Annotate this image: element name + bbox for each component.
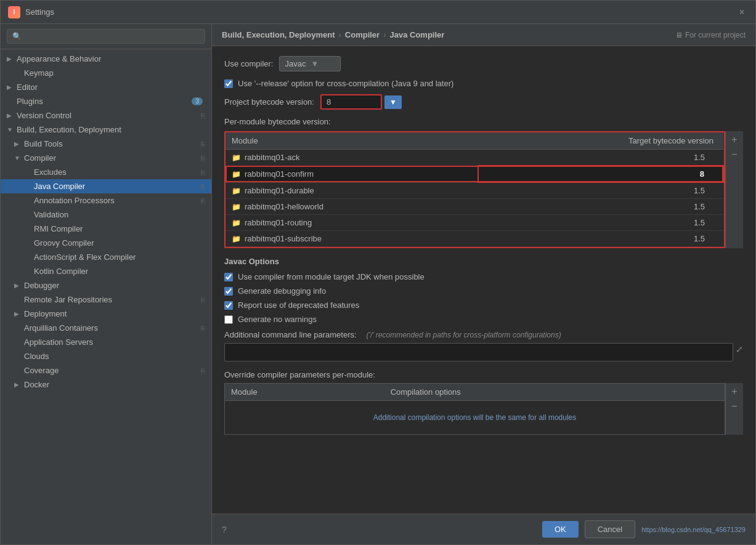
- use-compiler-label: Use compiler:: [224, 59, 273, 68]
- option-no-warnings: Generate no warnings: [224, 315, 743, 324]
- module-row[interactable]: 📁rabbitmq01-confirm 8: [226, 166, 723, 182]
- module-version: 1.5: [478, 215, 723, 231]
- sidebar-item-plugins[interactable]: Plugins 3: [1, 94, 211, 108]
- module-version: 1.5: [478, 150, 723, 166]
- sidebar-item-arquillian[interactable]: Arquillian Containers ⎘: [1, 321, 211, 335]
- cancel-button[interactable]: Cancel: [585, 520, 635, 538]
- sidebar-item-editor[interactable]: ▶ Editor: [1, 80, 211, 94]
- copy-icon: ⎘: [201, 296, 205, 304]
- module-name: rabbitmq01-subscribe: [245, 234, 322, 243]
- copy-icon: ⎘: [201, 367, 205, 374]
- module-version: 1.5: [478, 182, 723, 199]
- copy-icon: ⎘: [201, 112, 205, 119]
- sidebar-item-label: Debugger: [24, 281, 205, 290]
- window-title: Settings: [25, 7, 736, 17]
- version-col-header: Target bytecode version: [478, 132, 723, 150]
- use-compiler-module-checkbox[interactable]: [224, 273, 233, 281]
- javac-heading: Javac Options: [224, 257, 743, 266]
- sidebar-item-label: Compiler: [24, 153, 198, 163]
- sidebar-item-groovy[interactable]: Groovy Compiler: [1, 236, 211, 250]
- additional-params-input-row: ⤢: [224, 343, 743, 361]
- module-table-wrapper: Module Target bytecode version 📁rabbitmq…: [224, 131, 725, 248]
- search-input[interactable]: [7, 29, 205, 44]
- expand-icon: ▶: [14, 381, 22, 388]
- ok-button[interactable]: OK: [542, 521, 579, 538]
- sidebar-item-version-control[interactable]: ▶ Version Control ⎘: [1, 108, 211, 123]
- sidebar-item-clouds[interactable]: Clouds: [1, 349, 211, 363]
- copy-icon: ⎘: [201, 197, 205, 204]
- sidebar-item-label: Groovy Compiler: [34, 238, 205, 248]
- sidebar-item-coverage[interactable]: Coverage ⎘: [1, 363, 211, 377]
- sidebar-item-kotlin[interactable]: Kotlin Compiler: [1, 264, 211, 278]
- add-module-button[interactable]: +: [728, 134, 741, 146]
- compiler-value: Javac: [285, 59, 306, 68]
- expand-params-button[interactable]: ⤢: [736, 344, 743, 354]
- release-option-checkbox[interactable]: [224, 79, 233, 88]
- sidebar-item-rmi[interactable]: RMI Compiler: [1, 222, 211, 236]
- breadcrumb-part3: Java Compiler: [390, 30, 445, 39]
- bytecode-dropdown-btn[interactable]: ▼: [384, 95, 402, 109]
- module-version: 1.5: [478, 199, 723, 215]
- breadcrumb-part1: Build, Execution, Deployment: [222, 30, 335, 39]
- remove-override-button[interactable]: −: [728, 400, 741, 413]
- module-row[interactable]: 📁rabbitmq01-routing 1.5: [226, 215, 723, 231]
- sidebar-item-deployment[interactable]: ▶ Deployment: [1, 307, 211, 321]
- override-table-section: Module Compilation options Additional co…: [224, 383, 743, 435]
- sidebar-item-appearance[interactable]: ▶ Appearance & Behavior: [1, 52, 211, 66]
- additional-params-input[interactable]: [224, 343, 733, 361]
- sidebar-item-validation[interactable]: Validation: [1, 208, 211, 222]
- release-option-row: Use '--release' option for cross-compila…: [224, 79, 743, 88]
- sidebar-item-annotation[interactable]: Annotation Processors ⎘: [1, 193, 211, 208]
- sidebar-item-label: Excludes: [34, 168, 198, 177]
- right-panel: Build, Execution, Deployment › Compiler …: [212, 24, 755, 544]
- sidebar-item-actionscript[interactable]: ActionScript & Flex Compiler: [1, 250, 211, 264]
- additional-params-label: Additional command line parameters:: [224, 330, 357, 339]
- sidebar-item-app-servers[interactable]: Application Servers: [1, 335, 211, 349]
- sidebar-item-docker[interactable]: ▶ Docker: [1, 377, 211, 392]
- help-button[interactable]: ?: [222, 525, 227, 535]
- option-generate-debug: Generate debugging info: [224, 286, 743, 296]
- additional-params-hint: ('/' recommended in paths for cross-plat…: [367, 331, 561, 339]
- no-warnings-label: Generate no warnings: [238, 315, 317, 324]
- sidebar-item-label: Build Tools: [24, 139, 198, 148]
- sidebar-item-debugger[interactable]: ▶ Debugger: [1, 278, 211, 293]
- sidebar-item-build-exec[interactable]: ▼ Build, Execution, Deployment: [1, 123, 211, 137]
- remove-module-button[interactable]: −: [728, 148, 741, 161]
- sidebar-item-excludes[interactable]: Excludes ⎘: [1, 165, 211, 179]
- sidebar-item-remote-jar[interactable]: Remote Jar Repositories ⎘: [1, 293, 211, 307]
- sidebar-item-label: Annotation Processors: [34, 196, 198, 205]
- sidebar-item-label: Validation: [34, 210, 205, 219]
- sidebar-item-label: Arquillian Containers: [24, 323, 198, 333]
- sidebar-item-label: Application Servers: [24, 337, 205, 347]
- expand-icon: ▼: [14, 155, 22, 161]
- no-warnings-checkbox[interactable]: [224, 315, 233, 324]
- app-icon: I: [8, 6, 20, 18]
- generate-debug-checkbox[interactable]: [224, 287, 233, 296]
- sidebar-item-label: Deployment: [24, 309, 205, 318]
- breadcrumb: Build, Execution, Deployment › Compiler …: [222, 30, 444, 39]
- sidebar-item-label: Kotlin Compiler: [34, 267, 205, 276]
- footer: ? OK Cancel https://blog.csdn.net/qq_456…: [212, 514, 755, 544]
- copy-icon: ⎘: [201, 325, 205, 332]
- override-table-toolbar: + −: [725, 383, 743, 435]
- copy-icon: ⎘: [201, 169, 205, 176]
- sidebar-item-build-tools[interactable]: ▶ Build Tools ⎘: [1, 137, 211, 151]
- close-button[interactable]: ×: [736, 6, 748, 18]
- bytecode-input[interactable]: [320, 94, 382, 110]
- report-deprecated-checkbox[interactable]: [224, 301, 233, 310]
- add-override-button[interactable]: +: [728, 386, 741, 398]
- expand-icon: ▶: [7, 55, 14, 62]
- use-compiler-module-label: Use compiler from module target JDK when…: [238, 272, 425, 281]
- module-row[interactable]: 📁rabbitmq01-durable 1.5: [226, 182, 723, 199]
- module-row[interactable]: 📁rabbitmq01-ack 1.5: [226, 150, 723, 166]
- override-compilation-col: Compilation options: [384, 384, 725, 401]
- breadcrumb-bar: Build, Execution, Deployment › Compiler …: [212, 24, 755, 46]
- module-row[interactable]: 📁rabbitmq01-subscribe 1.5: [226, 231, 723, 247]
- option-use-compiler-module: Use compiler from module target JDK when…: [224, 272, 743, 281]
- sidebar-item-compiler[interactable]: ▼ Compiler ⎘: [1, 151, 211, 165]
- sidebar-item-keymap[interactable]: Keymap: [1, 66, 211, 80]
- sidebar-item-java-compiler[interactable]: Java Compiler ⎘: [1, 179, 211, 193]
- sidebar-item-label: Editor: [17, 83, 205, 92]
- compiler-dropdown[interactable]: Javac ▼: [279, 56, 341, 71]
- module-row[interactable]: 📁rabbitmq01-helloworld 1.5: [226, 199, 723, 215]
